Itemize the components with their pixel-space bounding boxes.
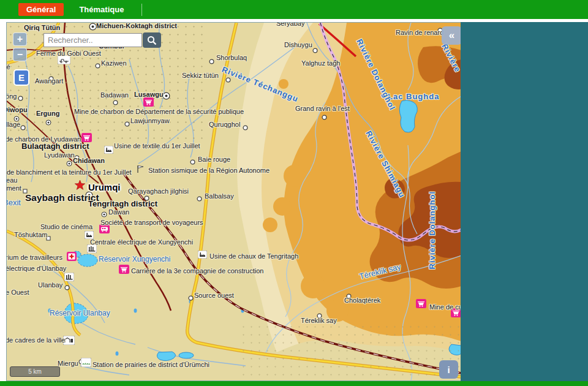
bottom-bar: [0, 381, 588, 386]
scale-label: 5 km: [28, 368, 42, 375]
search-icon: [146, 35, 157, 46]
tab-thematique[interactable]: Thématique: [71, 3, 132, 16]
collapse-panel-button[interactable]: «: [442, 26, 462, 45]
map-viewport[interactable]: Qiriq TütünMichuen-Koktagh districtSerya…: [6, 22, 462, 381]
zoom-out-button[interactable]: −: [13, 48, 27, 61]
tab-general[interactable]: Général: [18, 3, 64, 16]
scale-bar: 5 km: [10, 366, 60, 377]
map-application: Général Thématique: [0, 0, 588, 386]
extent-button[interactable]: E: [13, 69, 29, 86]
zoom-in-button[interactable]: +: [13, 32, 27, 46]
tab-divider: [141, 4, 142, 16]
map-terrain: [7, 23, 461, 380]
search-button[interactable]: [143, 32, 161, 48]
legend-panel: Légende Système hydrique RivièreRivière …: [461, 22, 588, 381]
info-button[interactable]: i: [439, 360, 458, 379]
top-tab-bar: Général Thématique: [0, 0, 588, 19]
search-input[interactable]: [43, 33, 142, 47]
